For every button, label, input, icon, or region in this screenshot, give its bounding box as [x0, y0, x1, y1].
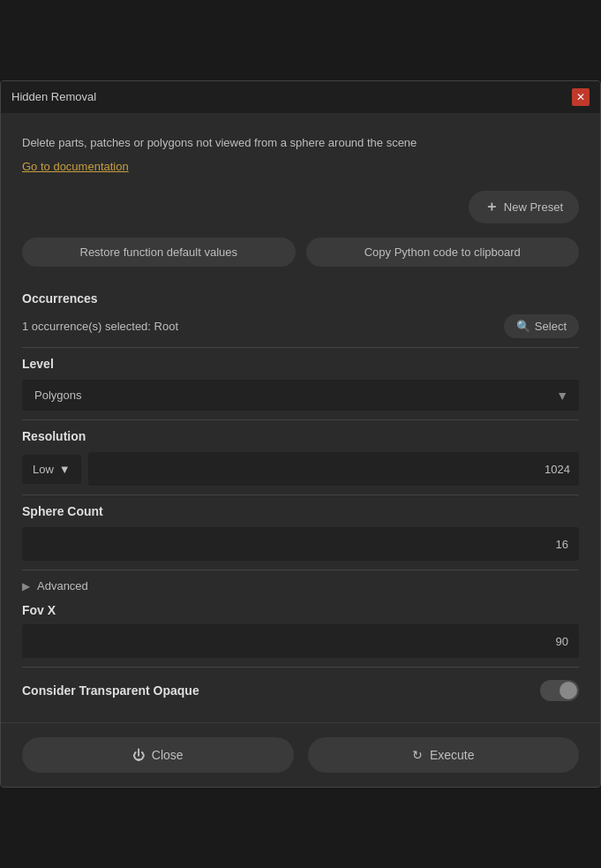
preset-row: ＋ New Preset — [22, 191, 579, 223]
fov-x-value: 90 — [556, 635, 568, 648]
chevron-right-icon: ▶ — [22, 580, 30, 593]
transparent-label: Consider Transparent Opaque — [22, 683, 199, 698]
resolution-row: Low ▼ 1024 — [22, 452, 579, 486]
refresh-icon: ↻ — [412, 748, 423, 762]
documentation-link[interactable]: Go to documentation — [22, 160, 129, 173]
fov-divider — [22, 667, 579, 668]
occurrences-section-label: Occurrences — [22, 291, 579, 306]
sphere-count-section-label: Sphere Count — [22, 504, 579, 518]
resolution-section-label: Resolution — [22, 429, 579, 443]
resolution-slider-container[interactable]: 1024 — [88, 452, 579, 486]
occurrences-text: 1 occurrence(s) selected: Root — [22, 320, 178, 333]
transparent-toggle-row: Consider Transparent Opaque — [22, 680, 579, 701]
copy-python-button[interactable]: Copy Python code to clipboard — [306, 238, 580, 267]
resolution-preset-dropdown[interactable]: Low ▼ — [22, 455, 81, 484]
sphere-count-slider[interactable]: 16 — [22, 527, 579, 561]
search-icon: 🔍 — [516, 320, 530, 333]
sphere-count-value: 16 — [556, 538, 568, 551]
fov-x-label: Fov X — [22, 603, 579, 617]
level-section-label: Level — [22, 357, 579, 371]
fov-x-slider[interactable]: 90 — [22, 624, 579, 658]
toggle-knob — [560, 682, 577, 699]
close-window-button[interactable]: ✕ — [572, 88, 590, 106]
title-bar: Hidden Removal ✕ — [1, 81, 600, 113]
window: Hidden Removal ✕ Delete parts, patches o… — [0, 80, 601, 789]
select-button[interactable]: 🔍 Select — [504, 314, 579, 338]
occurrences-row: 1 occurrence(s) selected: Root 🔍 Select — [22, 314, 579, 338]
action-row: Restore function default values Copy Pyt… — [22, 238, 579, 267]
footer: ⏻ Close ↻ Execute — [1, 722, 600, 787]
main-content: Delete parts, patches or polygons not vi… — [1, 113, 600, 723]
level-select[interactable]: Polygons Parts Patches — [22, 380, 579, 411]
sphere-count-divider — [22, 570, 579, 570]
transparent-toggle-switch[interactable] — [540, 680, 579, 701]
advanced-toggle[interactable]: ▶ Advanced — [22, 579, 579, 593]
power-icon: ⏻ — [132, 748, 145, 762]
close-button[interactable]: ⏻ Close — [22, 737, 294, 773]
description-text: Delete parts, patches or polygons not vi… — [22, 134, 579, 152]
res-chevron-icon: ▼ — [59, 463, 71, 476]
resolution-divider — [22, 494, 579, 495]
new-preset-button[interactable]: ＋ New Preset — [469, 191, 579, 223]
occurrences-divider — [22, 347, 579, 348]
execute-button[interactable]: ↻ Execute — [308, 737, 580, 773]
level-divider — [22, 419, 579, 420]
plus-icon: ＋ — [485, 198, 499, 216]
resolution-value: 1024 — [545, 463, 570, 476]
window-title: Hidden Removal — [11, 90, 96, 103]
level-dropdown-wrapper: Polygons Parts Patches ▼ — [22, 380, 579, 411]
advanced-label: Advanced — [37, 579, 88, 593]
restore-defaults-button[interactable]: Restore function default values — [22, 238, 296, 267]
